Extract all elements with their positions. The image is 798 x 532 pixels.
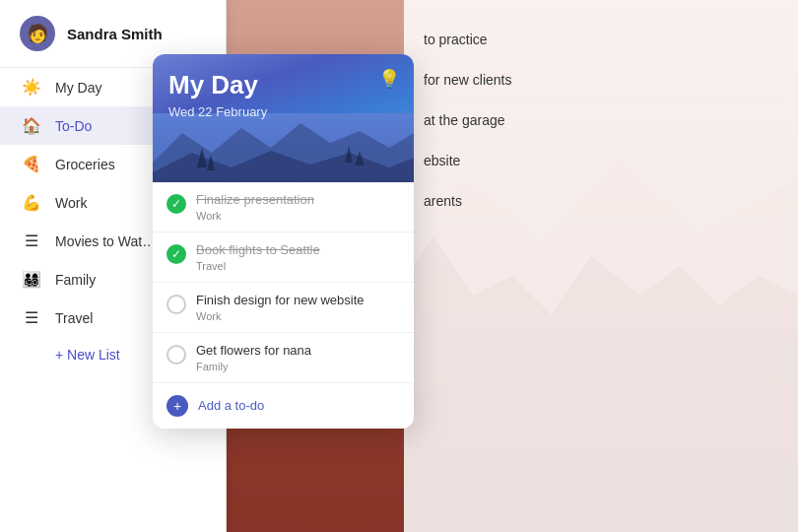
- task-text-1: Finalize presentation: [196, 192, 400, 209]
- add-todo-label: Add a to-do: [198, 398, 264, 413]
- plus-circle-icon: +: [173, 398, 181, 414]
- bg-task-1: to practice: [424, 20, 778, 60]
- bg-task-2: for new clients: [424, 60, 778, 100]
- task-check-done-2[interactable]: ✓: [166, 244, 186, 264]
- card-task-1[interactable]: ✓ Finalize presentation Work: [153, 182, 414, 233]
- card-task-3[interactable]: Finish design for new website Work: [153, 283, 414, 333]
- home-icon: 🏠: [20, 116, 43, 135]
- muscle-icon: 💪: [20, 193, 43, 212]
- add-todo-button[interactable]: +: [166, 395, 188, 417]
- task-category-3: Work: [196, 310, 400, 322]
- task-text-wrap-2: Book flights to Seattle Travel: [196, 242, 400, 272]
- list2-icon: ☰: [20, 308, 43, 327]
- task-text-wrap-4: Get flowers for nana Family: [196, 343, 400, 372]
- task-check-done-1[interactable]: ✓: [166, 194, 186, 214]
- card-title: My Day: [168, 70, 398, 100]
- task-text-2: Book flights to Seattle: [196, 242, 400, 259]
- sun-icon: ☀️: [20, 78, 43, 97]
- task-text-3: Finish design for new website: [196, 293, 400, 309]
- task-check-3[interactable]: [166, 295, 186, 314]
- task-text-wrap-3: Finish design for new website Work: [196, 293, 400, 322]
- task-text-wrap-1: Finalize presentation Work: [196, 192, 400, 222]
- pizza-icon: 🍕: [20, 155, 43, 173]
- card-task-4[interactable]: Get flowers for nana Family: [153, 333, 414, 383]
- bg-task-4: ebsite: [424, 141, 778, 181]
- task-category-1: Work: [196, 210, 400, 222]
- task-category-4: Family: [196, 361, 400, 372]
- bg-task-5: arents: [424, 181, 778, 222]
- task-text-4: Get flowers for nana: [196, 343, 400, 360]
- family-icon: 👨‍👩‍👧‍👦: [20, 270, 43, 289]
- bg-task-3: at the garage: [424, 100, 778, 141]
- card-date: Wed 22 February: [168, 104, 398, 119]
- avatar: 🧑: [20, 16, 55, 51]
- task-check-4[interactable]: [166, 345, 186, 365]
- card-task-2[interactable]: ✓ Book flights to Seattle Travel: [153, 233, 414, 283]
- user-name: Sandra Smith: [67, 26, 163, 42]
- card-footer[interactable]: + Add a to-do: [153, 383, 414, 429]
- my-day-card: 💡 My Day Wed 22 February ✓ Finalize pres…: [153, 54, 414, 429]
- card-header: 💡 My Day Wed 22 February: [153, 54, 414, 182]
- background-task-list: to practice for new clients at the garag…: [404, 0, 798, 532]
- card-body: ✓ Finalize presentation Work ✓ Book flig…: [153, 182, 414, 383]
- task-category-2: Travel: [196, 260, 400, 272]
- list-icon: ☰: [20, 232, 43, 250]
